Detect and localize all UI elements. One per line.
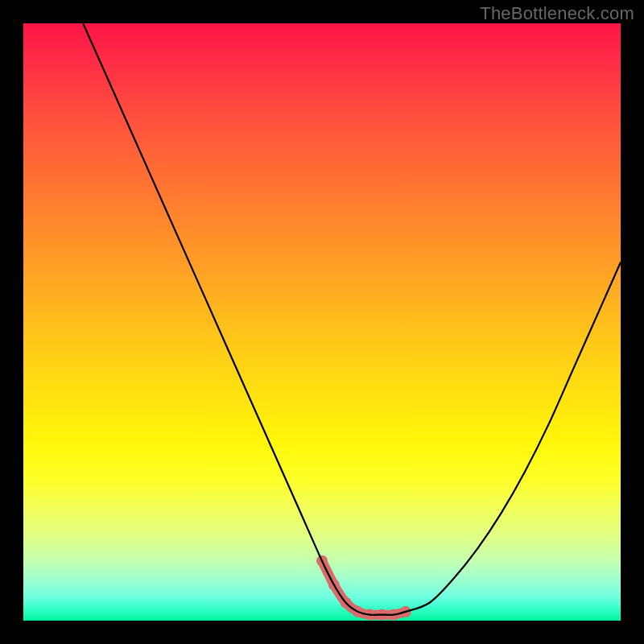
chart-stage: TheBottleneck.com [0,0,644,644]
curve-layer [23,23,621,621]
optimal-range-highlight [316,555,411,621]
plot-area [23,23,621,621]
bottleneck-curve [83,23,621,615]
watermark-text: TheBottleneck.com [480,3,634,24]
